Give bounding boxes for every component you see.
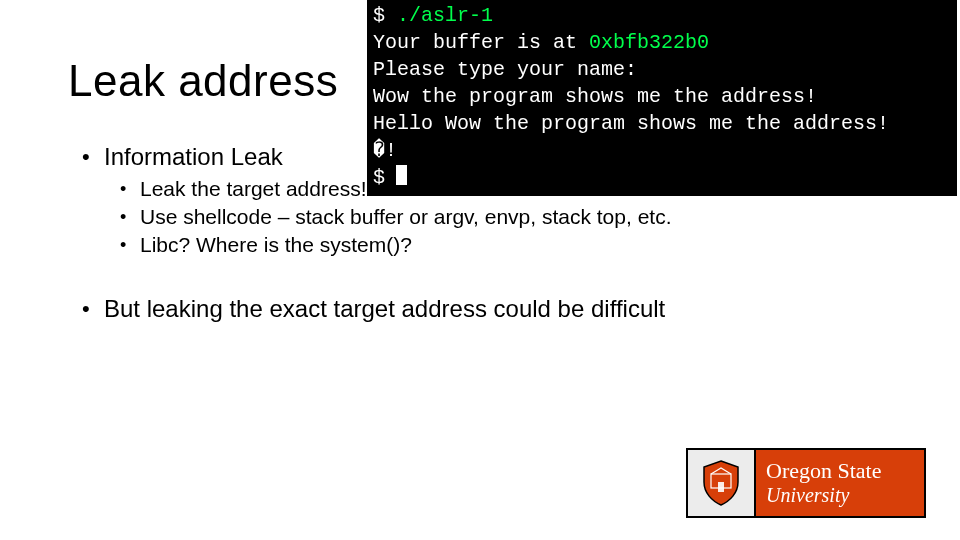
terminal-line-5: Hello Wow the program shows me the addre… — [373, 110, 951, 137]
terminal-line-4: Wow the program shows me the address! — [373, 83, 951, 110]
bullet-text: Information Leak — [104, 142, 283, 172]
bullet-level1: • But leaking the exact target address c… — [82, 294, 920, 324]
spacer — [82, 260, 920, 294]
bullet-icon: • — [82, 142, 104, 172]
slide-title: Leak address — [68, 56, 338, 106]
terminal-line-2: Your buffer is at 0xbfb322b0 — [373, 29, 951, 56]
terminal-address: 0xbfb322b0 — [589, 31, 709, 54]
terminal-line-3: Please type your name: — [373, 56, 951, 83]
bullet-icon: • — [120, 204, 140, 230]
bullet-level1: • Information Leak — [82, 142, 920, 172]
terminal-prompt: $ — [373, 4, 397, 27]
bullet-text: But leaking the exact target address cou… — [104, 294, 665, 324]
bullet-icon: • — [120, 176, 140, 202]
logo-line2: University — [766, 484, 924, 506]
logo-line1: Oregon State — [766, 460, 924, 482]
bullet-text: Libc? Where is the system()? — [140, 232, 412, 258]
osu-logo-text: Oregon State University — [756, 450, 924, 516]
slide-content: • Information Leak • Leak the target add… — [82, 142, 920, 328]
terminal-line-1: $ ./aslr-1 — [373, 2, 951, 29]
bullet-text: Leak the target address! — [140, 176, 366, 202]
bullet-level2: • Use shellcode – stack buffer or argv, … — [120, 204, 920, 230]
terminal-command: ./aslr-1 — [397, 4, 493, 27]
svg-rect-1 — [718, 482, 724, 492]
sub-bullet-list: • Leak the target address! • Use shellco… — [120, 176, 920, 258]
osu-logo: Oregon State University — [686, 448, 926, 518]
bullet-icon: • — [82, 294, 104, 324]
bullet-text: Use shellcode – stack buffer or argv, en… — [140, 204, 672, 230]
bullet-level2: • Libc? Where is the system()? — [120, 232, 920, 258]
bullet-icon: • — [120, 232, 140, 258]
osu-seal-icon — [688, 450, 756, 516]
bullet-level2: • Leak the target address! — [120, 176, 920, 202]
slide: Leak address $ ./aslr-1 Your buffer is a… — [0, 0, 960, 540]
